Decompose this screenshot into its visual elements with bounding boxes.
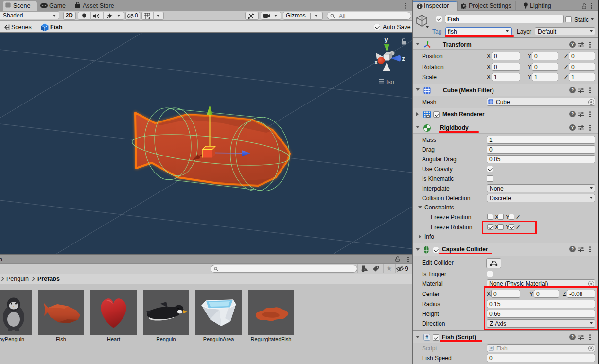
svg-text:x: x [374, 59, 378, 66]
svg-text:#: # [425, 335, 428, 340]
svg-text:Iso: Iso [386, 79, 394, 86]
svg-text:y: y [385, 36, 388, 43]
svg-text:z: z [402, 55, 405, 62]
svg-text:#: # [490, 346, 493, 350]
